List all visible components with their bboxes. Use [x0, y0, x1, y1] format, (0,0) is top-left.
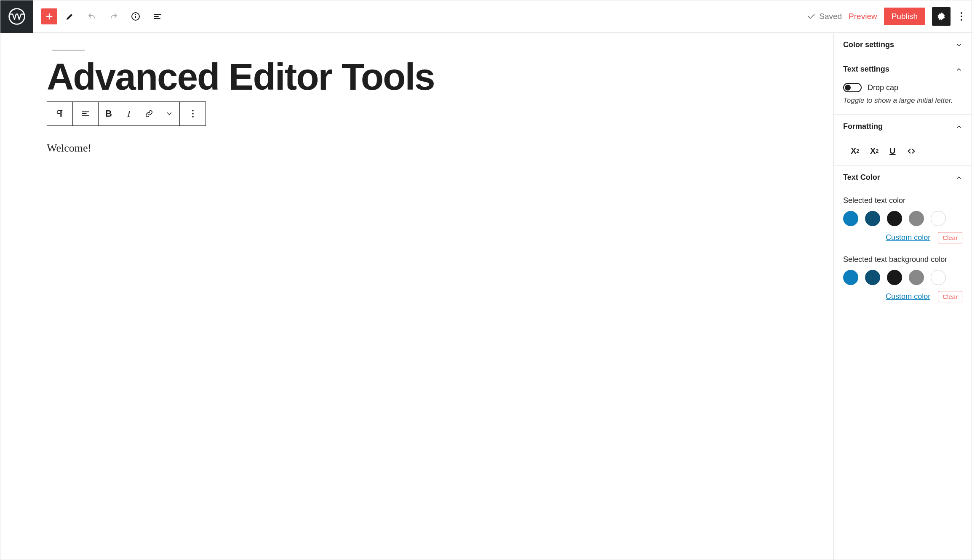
chevron-up-icon: [956, 174, 962, 181]
add-block-button[interactable]: [41, 8, 57, 24]
panel-title: Color settings: [843, 40, 894, 49]
bold-button[interactable]: B: [99, 102, 119, 125]
editor-canvas[interactable]: Advanced Editor Tools B I: [0, 33, 833, 560]
custom-color-link[interactable]: Custom color: [886, 233, 930, 242]
outline-button[interactable]: [148, 7, 167, 26]
color-swatch[interactable]: [909, 270, 924, 285]
panel-formatting[interactable]: Formatting: [834, 115, 972, 139]
color-swatch[interactable]: [931, 211, 946, 226]
publish-button[interactable]: Publish: [884, 8, 925, 25]
svg-point-7: [961, 19, 962, 21]
color-swatch[interactable]: [931, 270, 946, 285]
settings-button[interactable]: [932, 7, 951, 26]
code-button[interactable]: [907, 146, 916, 156]
saved-status: Saved: [806, 12, 842, 21]
color-swatch[interactable]: [843, 211, 858, 226]
wordpress-logo[interactable]: [0, 0, 33, 33]
panel-text-color[interactable]: Text Color: [834, 165, 972, 189]
paragraph-block[interactable]: Welcome!: [47, 142, 787, 155]
info-button[interactable]: [126, 7, 145, 26]
preview-button[interactable]: Preview: [849, 12, 877, 21]
more-options-button[interactable]: [957, 7, 966, 26]
superscript-button[interactable]: X2: [851, 146, 859, 156]
settings-sidebar: Color settings Text settings Drop cap To…: [833, 33, 972, 560]
text-color-swatches: [843, 211, 962, 226]
panel-title: Formatting: [843, 122, 883, 131]
underline-button[interactable]: U: [889, 146, 895, 156]
top-toolbar: Saved Preview Publish: [0, 0, 972, 33]
subscript-button[interactable]: X2: [870, 146, 879, 156]
chevron-down-icon: [956, 42, 962, 48]
saved-label: Saved: [819, 12, 842, 21]
color-swatch[interactable]: [865, 270, 880, 285]
post-title[interactable]: Advanced Editor Tools: [47, 58, 787, 96]
color-swatch[interactable]: [909, 211, 924, 226]
svg-point-10: [192, 116, 194, 117]
paragraph-type-button[interactable]: [47, 102, 73, 125]
svg-point-6: [961, 16, 962, 17]
drop-cap-hint: Toggle to show a large initial letter.: [843, 96, 962, 105]
clear-bg-color-button[interactable]: Clear: [938, 291, 962, 302]
panel-text-settings[interactable]: Text settings: [834, 57, 972, 81]
svg-point-8: [192, 110, 194, 112]
block-toolbar: B I: [47, 101, 206, 126]
drop-cap-toggle[interactable]: [843, 83, 862, 92]
drop-cap-label: Drop cap: [868, 83, 898, 92]
chevron-up-icon: [956, 123, 962, 130]
clear-text-color-button[interactable]: Clear: [938, 232, 962, 243]
panel-title: Text Color: [843, 173, 880, 182]
color-swatch[interactable]: [843, 270, 858, 285]
redo-button[interactable]: [104, 7, 123, 26]
undo-button[interactable]: [83, 7, 101, 26]
link-button[interactable]: [139, 102, 159, 125]
block-more-button[interactable]: [180, 102, 206, 125]
panel-color-settings[interactable]: Color settings: [834, 33, 972, 57]
svg-point-3: [135, 14, 136, 15]
color-swatch[interactable]: [887, 270, 902, 285]
bg-color-label: Selected text background color: [843, 255, 962, 264]
edit-mode-button[interactable]: [61, 7, 79, 26]
svg-point-9: [192, 113, 194, 115]
chevron-up-icon: [956, 66, 962, 73]
bg-color-swatches: [843, 270, 962, 285]
title-rule: [52, 50, 85, 51]
text-color-label: Selected text color: [843, 196, 962, 205]
dropdown-more-button[interactable]: [159, 102, 179, 125]
color-swatch[interactable]: [887, 211, 902, 226]
color-swatch[interactable]: [865, 211, 880, 226]
custom-bg-color-link[interactable]: Custom color: [886, 292, 930, 301]
svg-point-5: [961, 12, 962, 14]
align-button[interactable]: [73, 102, 99, 125]
italic-button[interactable]: I: [119, 102, 139, 125]
svg-point-0: [9, 9, 24, 24]
panel-title: Text settings: [843, 65, 889, 74]
